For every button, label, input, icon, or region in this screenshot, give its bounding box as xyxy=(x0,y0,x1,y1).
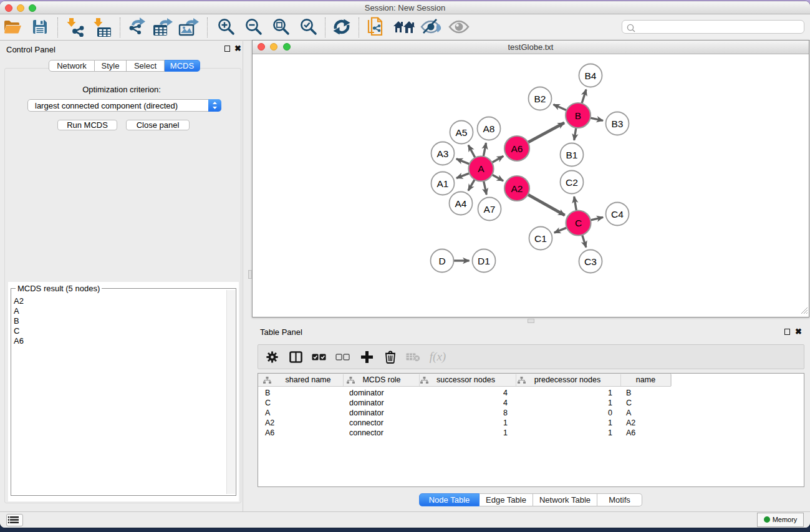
svg-text:B2: B2 xyxy=(534,94,546,104)
svg-text:B3: B3 xyxy=(612,118,624,129)
svg-text:B4: B4 xyxy=(585,70,597,81)
svg-text:A3: A3 xyxy=(437,148,449,159)
svg-text:D1: D1 xyxy=(478,256,490,266)
svg-text:C4: C4 xyxy=(611,209,624,220)
svg-text:A2: A2 xyxy=(511,183,523,194)
svg-text:A8: A8 xyxy=(483,123,495,134)
svg-text:D: D xyxy=(438,256,445,266)
svg-text:B1: B1 xyxy=(566,150,578,160)
svg-text:C3: C3 xyxy=(584,256,597,267)
svg-text:A5: A5 xyxy=(456,127,468,138)
svg-text:A6: A6 xyxy=(511,143,523,154)
svg-text:A1: A1 xyxy=(437,178,449,189)
svg-text:B: B xyxy=(575,110,581,121)
svg-text:A: A xyxy=(478,163,485,174)
svg-text:A4: A4 xyxy=(455,198,467,209)
svg-text:C1: C1 xyxy=(534,233,547,244)
svg-text:C: C xyxy=(575,218,582,228)
svg-text:C2: C2 xyxy=(566,177,578,188)
svg-text:A7: A7 xyxy=(484,204,496,215)
